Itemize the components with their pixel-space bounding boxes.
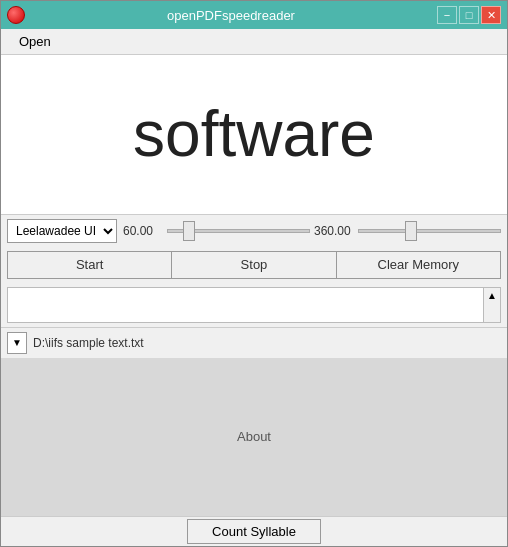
- text-area-row: ▲: [1, 283, 507, 327]
- slider1[interactable]: [167, 229, 310, 233]
- open-menu-item[interactable]: Open: [9, 31, 61, 52]
- text-input[interactable]: [7, 287, 484, 323]
- file-dropdown-button[interactable]: ▼: [7, 332, 27, 354]
- app-icon: [7, 6, 25, 24]
- start-button[interactable]: Start: [7, 251, 172, 279]
- gray-area: About: [1, 358, 507, 517]
- clear-memory-button[interactable]: Clear Memory: [336, 251, 501, 279]
- stop-button[interactable]: Stop: [171, 251, 336, 279]
- app-window: openPDFspeedreader − □ ✕ Open software L…: [0, 0, 508, 547]
- content-area: software Leelawadee UI 60.00 360.00 Star…: [1, 55, 507, 546]
- slider-group: 60.00 360.00: [123, 224, 501, 238]
- file-row: ▼ D:\iifs sample text.txt: [1, 327, 507, 358]
- file-path: D:\iifs sample text.txt: [27, 336, 501, 350]
- window-controls: − □ ✕: [437, 6, 501, 24]
- controls-row: Leelawadee UI 60.00 360.00: [1, 214, 507, 247]
- slider2-value: 360.00: [314, 224, 354, 238]
- slider1-value: 60.00: [123, 224, 163, 238]
- buttons-row: Start Stop Clear Memory: [1, 247, 507, 283]
- close-button[interactable]: ✕: [481, 6, 501, 24]
- title-bar: openPDFspeedreader − □ ✕: [1, 1, 507, 29]
- window-title: openPDFspeedreader: [25, 8, 437, 23]
- bottom-bar: Count Syllable: [1, 516, 507, 546]
- word-display-area: software: [1, 55, 507, 214]
- menu-bar: Open: [1, 29, 507, 55]
- font-select[interactable]: Leelawadee UI: [7, 219, 117, 243]
- about-label: About: [237, 429, 271, 444]
- minimize-button[interactable]: −: [437, 6, 457, 24]
- count-syllable-button[interactable]: Count Syllable: [187, 519, 321, 544]
- scroll-button[interactable]: ▲: [483, 287, 501, 323]
- maximize-button[interactable]: □: [459, 6, 479, 24]
- slider2[interactable]: [358, 229, 501, 233]
- displayed-word: software: [133, 97, 375, 171]
